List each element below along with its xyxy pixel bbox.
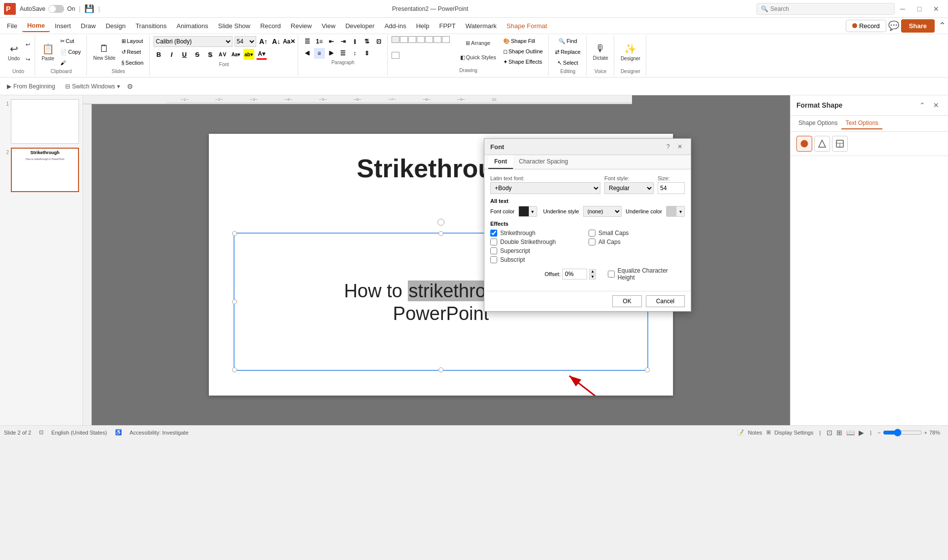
tab-text-options[interactable]: Text Options [841, 118, 882, 129]
dictate-button[interactable]: 🎙 Dictate [591, 37, 611, 67]
share-button[interactable]: Share [901, 19, 935, 33]
menu-transitions[interactable]: Transitions [130, 20, 171, 32]
align-right-button[interactable]: ⫸ [326, 48, 337, 59]
menu-shape-format[interactable]: Shape Format [502, 20, 552, 32]
double-strikethrough-checkbox[interactable] [490, 239, 497, 245]
zoom-in-icon[interactable]: + [924, 430, 927, 436]
strikethrough-label[interactable]: Strikethrough [500, 230, 535, 237]
shape-callout[interactable] [442, 36, 450, 43]
menu-design[interactable]: Design [101, 20, 130, 32]
shape-outline-button[interactable]: ◻ Shape Outline [501, 46, 546, 56]
shape-more[interactable] [392, 52, 399, 59]
menu-file[interactable]: File [2, 20, 22, 32]
shadow-button[interactable]: S [205, 49, 216, 60]
font-color-button[interactable]: A▾ [256, 49, 267, 60]
designer-button[interactable]: ✨ Designer [618, 37, 643, 67]
align-left-button[interactable]: ⫷ [302, 48, 313, 59]
text-direction2-button[interactable]: ⇕ [361, 48, 372, 59]
slide-thumb-2[interactable]: 2 Strikethrough How to strikethrough in … [2, 148, 80, 192]
subscript-checkbox[interactable] [490, 256, 497, 263]
numbering-button[interactable]: 1≡ [314, 36, 325, 47]
strikethrough-checkbox[interactable] [490, 230, 497, 237]
text-direction-button[interactable]: ⇅ [361, 36, 372, 47]
replace-button[interactable]: ⇄ Replace [553, 47, 583, 57]
handle-tl[interactable] [232, 231, 237, 236]
char-spacing-button[interactable]: AV [218, 49, 229, 60]
all-caps-label[interactable]: All Caps [598, 239, 621, 245]
slide-thumb-1[interactable]: 1 [2, 99, 80, 144]
format-painter-button[interactable]: 🖌 [58, 58, 83, 68]
offset-input[interactable] [562, 269, 587, 280]
handle-bl[interactable] [232, 367, 237, 372]
normal-view-icon[interactable]: ⊡ [827, 429, 832, 437]
offset-decrement[interactable]: ▼ [589, 275, 596, 280]
tab-shape-options[interactable]: Shape Options [794, 118, 841, 129]
comment-icon[interactable]: 💬 [888, 20, 899, 31]
collapse-ribbon-icon[interactable]: ⌃ [939, 20, 946, 31]
small-caps-checkbox[interactable] [589, 230, 595, 237]
section-button[interactable]: § Section [119, 58, 146, 68]
shape-effects-button[interactable]: ✦ Shape Effects [501, 57, 546, 67]
handle-ml[interactable] [232, 299, 237, 304]
bullets-button[interactable]: ☰ [302, 36, 313, 47]
line-spacing-button[interactable]: ↕ [350, 48, 360, 59]
menu-slideshow[interactable]: Slide Show [213, 20, 255, 32]
handle-bc[interactable] [438, 367, 443, 372]
highlight-button[interactable]: ab▾ [243, 49, 254, 60]
superscript-checkbox[interactable] [490, 247, 497, 254]
shape-rect[interactable] [392, 36, 399, 43]
font-size-select[interactable]: 54 [235, 36, 256, 47]
find-button[interactable]: 🔍 Find [556, 36, 579, 46]
clear-format-button[interactable]: Aa✕ [284, 36, 295, 47]
shape-line[interactable] [400, 36, 408, 43]
double-strikethrough-label[interactable]: Double Strikethrough [500, 239, 556, 245]
font-size-input[interactable] [658, 182, 685, 194]
italic-button[interactable]: I [166, 49, 177, 60]
equalize-checkbox[interactable] [608, 271, 615, 278]
font-select[interactable]: +Body [490, 182, 600, 194]
save-icon[interactable]: 💾 [84, 4, 94, 13]
menu-animations[interactable]: Animations [172, 20, 213, 32]
panel-close-button[interactable]: ✕ [930, 99, 942, 111]
menu-addins[interactable]: Add-ins [380, 20, 411, 32]
reset-button[interactable]: ↺ Reset [119, 47, 146, 57]
font-color-button[interactable]: ▾ [518, 206, 537, 217]
handle-br[interactable] [645, 367, 650, 372]
font-name-select[interactable]: Calibri (Body) [154, 36, 233, 47]
menu-developer[interactable]: Developer [340, 20, 379, 32]
decrease-font-button[interactable]: A↓ [271, 36, 282, 47]
close-button[interactable]: ✕ [928, 3, 944, 15]
search-box[interactable]: 🔍 [756, 3, 895, 15]
switch-windows-button[interactable]: ⊟ Switch Windows ▾ [62, 82, 123, 91]
shape-circle[interactable] [408, 36, 416, 43]
panel-collapse-button[interactable]: ⌃ [916, 99, 928, 111]
slide-image-1[interactable] [11, 99, 79, 144]
subscript-label[interactable]: Subscript [500, 256, 525, 263]
small-caps-label[interactable]: Small Caps [598, 230, 629, 237]
menu-fppt[interactable]: FPPT [434, 20, 460, 32]
underline-color-dropdown[interactable]: ▾ [676, 206, 684, 216]
redo-button[interactable]: ↪ [24, 52, 32, 66]
copy-button[interactable]: 📄Copy [58, 47, 83, 57]
cancel-button[interactable]: Cancel [646, 295, 685, 307]
from-beginning-button[interactable]: ▶ From Beginning [4, 82, 58, 91]
shape-text[interactable] [425, 36, 433, 43]
reading-view-icon[interactable]: 📖 [846, 429, 855, 437]
superscript-label[interactable]: Superscript [500, 247, 530, 254]
accessibility-label[interactable]: Accessibility: Investigate [130, 430, 189, 436]
align-center-button[interactable]: ≡ [314, 48, 325, 59]
dialog-close-button[interactable]: ✕ [675, 142, 685, 152]
notes-label[interactable]: Notes [748, 430, 762, 436]
decrease-indent-button[interactable]: ⇤ [326, 36, 337, 47]
display-settings-label[interactable]: Display Settings [775, 430, 814, 436]
shape-star[interactable] [434, 36, 441, 43]
zoom-out-icon[interactable]: − [877, 430, 880, 436]
layout-button[interactable]: ⊞ Layout [119, 36, 146, 46]
autosave-toggle[interactable] [48, 5, 64, 13]
font-style-select[interactable]: Regular [604, 182, 654, 194]
zoom-level[interactable]: 78% [929, 430, 944, 436]
slideshow-icon[interactable]: ▶ [859, 429, 864, 437]
fill-line-icon-btn[interactable] [796, 136, 812, 152]
underline-color-button[interactable]: ▾ [666, 206, 685, 217]
handle-tc[interactable] [438, 231, 443, 236]
